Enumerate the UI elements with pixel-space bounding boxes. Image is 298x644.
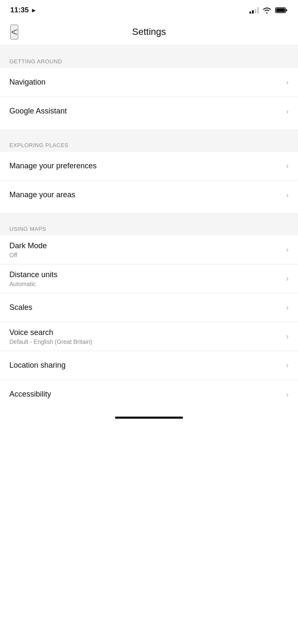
section-exploring-places: EXPLORING PLACESManage your preferences›… [0,133,298,210]
setting-title-manage-preferences: Manage your preferences [9,161,97,171]
setting-subtitle-voice-search: Default - English (Great Britain) [9,338,92,345]
setting-row-manage-preferences[interactable]: Manage your preferences› [0,152,298,181]
setting-title-dark-mode: Dark Mode [9,241,47,251]
home-bar [115,417,183,419]
chevron-icon-manage-areas: › [286,191,289,200]
svg-rect-2 [276,9,285,12]
setting-row-content-distance-units: Distance unitsAutomatic [9,270,57,287]
setting-row-scales[interactable]: Scales› [0,293,298,322]
signal-icon [249,7,259,14]
section-separator-getting-around [0,45,298,50]
settings-list: GETTING AROUNDNavigation›Google Assistan… [0,45,298,409]
section-body-exploring-places: Manage your preferences›Manage your area… [0,152,298,210]
section-body-getting-around: Navigation›Google Assistant› [0,68,298,126]
battery-icon [275,7,288,14]
section-header-getting-around: GETTING AROUND [0,50,298,68]
setting-row-content-voice-search: Voice searchDefault - English (Great Bri… [9,328,92,345]
chevron-icon-accessibility: › [286,390,289,399]
setting-title-voice-search: Voice search [9,328,92,338]
setting-row-voice-search[interactable]: Voice searchDefault - English (Great Bri… [0,322,298,351]
wifi-icon [262,7,272,14]
chevron-icon-location-sharing: › [286,361,289,370]
setting-row-content-navigation: Navigation [9,77,46,87]
section-body-using-maps: Dark ModeOff›Distance unitsAutomatic›Sca… [0,235,298,409]
status-time: 11:35 ► [10,6,37,14]
setting-row-content-scales: Scales [9,303,32,312]
section-using-maps: USING MAPSDark ModeOff›Distance unitsAut… [0,217,298,409]
setting-row-distance-units[interactable]: Distance unitsAutomatic› [0,264,298,293]
svg-rect-1 [286,9,287,11]
section-separator-using-maps [0,213,298,217]
setting-row-content-google-assistant: Google Assistant [9,106,67,116]
section-header-exploring-places: EXPLORING PLACES [0,133,298,152]
section-getting-around: GETTING AROUNDNavigation›Google Assistan… [0,50,298,126]
setting-row-content-accessibility: Accessibility [9,389,51,399]
chevron-icon-google-assistant: › [286,107,289,116]
setting-subtitle-distance-units: Automatic [9,281,57,287]
setting-row-navigation[interactable]: Navigation› [0,68,298,97]
setting-subtitle-dark-mode: Off [9,252,47,258]
chevron-icon-distance-units: › [286,274,289,283]
setting-title-location-sharing: Location sharing [9,360,66,370]
status-icons [249,7,288,14]
setting-title-accessibility: Accessibility [9,389,51,399]
section-separator-exploring-places [0,129,298,133]
setting-row-content-dark-mode: Dark ModeOff [9,241,47,258]
setting-row-accessibility[interactable]: Accessibility› [0,380,298,409]
setting-title-navigation: Navigation [9,77,46,87]
setting-row-content-manage-areas: Manage your areas [9,190,75,200]
chevron-icon-scales: › [286,303,289,312]
setting-row-manage-areas[interactable]: Manage your areas› [0,181,298,210]
setting-title-scales: Scales [9,303,32,312]
section-header-using-maps: USING MAPS [0,217,298,235]
back-button[interactable]: < [10,25,18,40]
page-title: Settings [132,26,166,37]
setting-row-google-assistant[interactable]: Google Assistant› [0,97,298,126]
header: < Settings [0,19,298,45]
chevron-icon-dark-mode: › [286,245,289,254]
setting-title-distance-units: Distance units [9,270,57,280]
setting-row-content-manage-preferences: Manage your preferences [9,161,97,171]
setting-row-dark-mode[interactable]: Dark ModeOff› [0,235,298,264]
status-bar: 11:35 ► [0,0,298,19]
home-indicator [0,412,298,421]
location-icon: ► [31,7,37,14]
setting-row-location-sharing[interactable]: Location sharing› [0,351,298,380]
chevron-icon-voice-search: › [286,332,289,341]
setting-title-manage-areas: Manage your areas [9,190,75,200]
setting-title-google-assistant: Google Assistant [9,106,67,116]
chevron-icon-navigation: › [286,78,289,87]
chevron-icon-manage-preferences: › [286,162,289,170]
setting-row-content-location-sharing: Location sharing [9,360,66,370]
